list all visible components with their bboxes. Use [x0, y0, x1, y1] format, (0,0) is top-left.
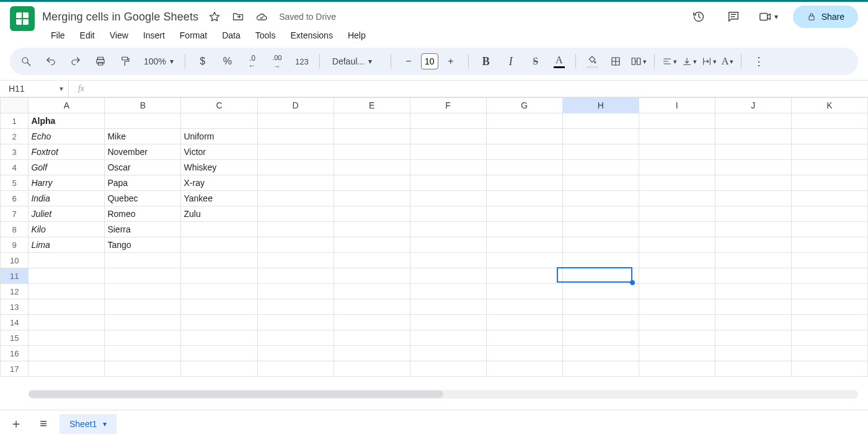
cell-J8[interactable] [715, 222, 791, 237]
horizontal-align-button[interactable]: ▾ [662, 51, 677, 71]
font-family-select[interactable]: Defaul... ▾ [327, 56, 383, 66]
cell-C9[interactable] [181, 237, 257, 253]
cell-I6[interactable] [639, 191, 715, 206]
row-header-2[interactable]: 2 [1, 129, 29, 144]
undo-button[interactable] [41, 51, 61, 71]
cell-J7[interactable] [715, 206, 791, 222]
row-header-7[interactable]: 7 [1, 206, 29, 222]
cell-C16[interactable] [181, 346, 257, 361]
cell-E15[interactable] [334, 330, 410, 346]
cell-H6[interactable] [562, 191, 639, 206]
cell-D4[interactable] [257, 160, 334, 175]
more-formats-button[interactable]: 123 [292, 51, 312, 71]
cell-H1[interactable] [562, 113, 639, 129]
cell-H5[interactable] [562, 175, 639, 191]
cell-H3[interactable] [562, 144, 639, 160]
cell-E3[interactable] [334, 144, 410, 160]
row-header-5[interactable]: 5 [1, 175, 29, 191]
cell-C6[interactable]: Yankee [181, 191, 257, 206]
column-header-G[interactable]: G [486, 98, 562, 113]
cell-I4[interactable] [639, 160, 715, 175]
cell-B13[interactable] [105, 299, 181, 315]
decrease-decimals-button[interactable]: .0← [242, 51, 262, 71]
cell-G8[interactable] [486, 222, 562, 237]
cell-E13[interactable] [334, 299, 410, 315]
font-size-decrease[interactable]: − [399, 51, 418, 71]
cell-D14[interactable] [257, 315, 334, 330]
cell-A16[interactable] [29, 346, 105, 361]
redo-button[interactable] [66, 51, 86, 71]
cell-C17[interactable] [181, 361, 257, 377]
cell-A3[interactable]: Foxtrot [29, 144, 105, 160]
cell-B15[interactable] [105, 330, 181, 346]
cell-H9[interactable] [562, 237, 639, 253]
cell-H8[interactable] [562, 222, 639, 237]
cell-K3[interactable] [791, 144, 867, 160]
scrollbar-thumb[interactable] [29, 391, 443, 398]
spreadsheet-grid[interactable]: ABCDEFGHIJK1Alpha2EchoMikeUniform3Foxtro… [0, 97, 868, 389]
cell-F16[interactable] [410, 346, 486, 361]
cell-D13[interactable] [257, 299, 334, 315]
cell-G10[interactable] [486, 253, 562, 268]
cell-G9[interactable] [486, 237, 562, 253]
cell-C13[interactable] [181, 299, 257, 315]
column-header-D[interactable]: D [257, 98, 334, 113]
cell-K11[interactable] [791, 268, 867, 284]
row-header-16[interactable]: 16 [1, 346, 29, 361]
cell-F12[interactable] [410, 284, 486, 299]
row-header-1[interactable]: 1 [1, 113, 29, 129]
cell-J17[interactable] [715, 361, 791, 377]
cell-H14[interactable] [562, 315, 639, 330]
select-all-corner[interactable] [1, 98, 29, 113]
column-header-F[interactable]: F [410, 98, 486, 113]
cell-A17[interactable] [29, 361, 105, 377]
cell-I5[interactable] [639, 175, 715, 191]
cell-F7[interactable] [410, 206, 486, 222]
cell-G1[interactable] [486, 113, 562, 129]
cell-F6[interactable] [410, 191, 486, 206]
cell-B5[interactable]: Papa [105, 175, 181, 191]
cell-J16[interactable] [715, 346, 791, 361]
cell-K1[interactable] [791, 113, 867, 129]
cell-A6[interactable]: India [29, 191, 105, 206]
cell-K5[interactable] [791, 175, 867, 191]
cell-K14[interactable] [791, 315, 867, 330]
cell-F10[interactable] [410, 253, 486, 268]
row-header-8[interactable]: 8 [1, 222, 29, 237]
merge-cells-button[interactable]: ▾ [631, 51, 647, 71]
cell-K6[interactable] [791, 191, 867, 206]
cell-B16[interactable] [105, 346, 181, 361]
cell-G7[interactable] [486, 206, 562, 222]
cell-I11[interactable] [639, 268, 715, 284]
cell-C8[interactable] [181, 222, 257, 237]
cell-J14[interactable] [715, 315, 791, 330]
cell-F13[interactable] [410, 299, 486, 315]
text-rotation-button[interactable]: A ▾ [722, 51, 734, 71]
column-header-J[interactable]: J [715, 98, 791, 113]
text-wrap-button[interactable]: ▾ [702, 51, 717, 71]
cell-D15[interactable] [257, 330, 334, 346]
cell-C7[interactable]: Zulu [181, 206, 257, 222]
cell-B10[interactable] [105, 253, 181, 268]
cell-D8[interactable] [257, 222, 334, 237]
cell-E10[interactable] [334, 253, 410, 268]
cell-C15[interactable] [181, 330, 257, 346]
cell-A5[interactable]: Harry [29, 175, 105, 191]
cell-J11[interactable] [715, 268, 791, 284]
print-icon[interactable] [91, 51, 110, 71]
currency-format-button[interactable]: $ [193, 51, 213, 71]
cell-F8[interactable] [410, 222, 486, 237]
cell-F9[interactable] [410, 237, 486, 253]
horizontal-scrollbar[interactable] [29, 390, 858, 399]
bold-button[interactable]: B [476, 51, 496, 71]
cell-E9[interactable] [334, 237, 410, 253]
cell-C3[interactable]: Victor [181, 144, 257, 160]
more-toolbar-icon[interactable]: ⋮ [749, 51, 769, 71]
cell-I14[interactable] [639, 315, 715, 330]
cell-K4[interactable] [791, 160, 867, 175]
cell-J6[interactable] [715, 191, 791, 206]
cell-B6[interactable]: Quebec [105, 191, 181, 206]
cell-C2[interactable]: Uniform [181, 129, 257, 144]
row-header-14[interactable]: 14 [1, 315, 29, 330]
fill-color-button[interactable] [583, 51, 601, 71]
